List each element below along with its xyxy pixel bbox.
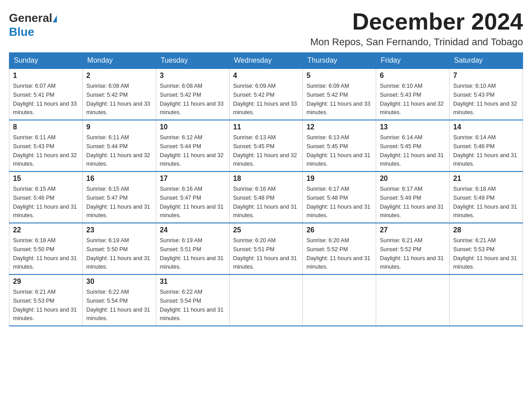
calendar-cell: 24 Sunrise: 6:19 AMSunset: 5:51 PMDaylig… — [156, 223, 229, 274]
day-number: 20 — [380, 175, 446, 183]
day-number: 26 — [306, 226, 372, 234]
day-info: Sunrise: 6:21 AMSunset: 5:53 PMDaylight:… — [13, 289, 77, 321]
calendar-header-row: SundayMondayTuesdayWednesdayThursdayFrid… — [9, 53, 523, 69]
calendar-cell: 2 Sunrise: 6:08 AMSunset: 5:42 PMDayligh… — [82, 68, 156, 120]
day-info: Sunrise: 6:09 AMSunset: 5:42 PMDaylight:… — [233, 83, 297, 116]
calendar-cell: 18 Sunrise: 6:16 AMSunset: 5:48 PMDaylig… — [229, 171, 303, 223]
calendar-cell: 20 Sunrise: 6:17 AMSunset: 5:49 PMDaylig… — [376, 171, 450, 223]
calendar-cell: 19 Sunrise: 6:17 AMSunset: 5:48 PMDaylig… — [303, 171, 376, 223]
day-number: 15 — [13, 175, 79, 183]
day-number: 19 — [306, 175, 372, 183]
day-info: Sunrise: 6:17 AMSunset: 5:49 PMDaylight:… — [380, 186, 443, 218]
day-info: Sunrise: 6:17 AMSunset: 5:48 PMDaylight:… — [306, 186, 370, 218]
day-info: Sunrise: 6:18 AMSunset: 5:49 PMDaylight:… — [453, 186, 517, 218]
calendar-week-row: 8 Sunrise: 6:11 AMSunset: 5:43 PMDayligh… — [9, 120, 523, 171]
day-info: Sunrise: 6:20 AMSunset: 5:52 PMDaylight:… — [306, 237, 370, 270]
day-info: Sunrise: 6:14 AMSunset: 5:46 PMDaylight:… — [453, 134, 517, 167]
logo: General Blue — [9, 9, 57, 39]
calendar-cell: 14 Sunrise: 6:14 AMSunset: 5:46 PMDaylig… — [450, 120, 523, 171]
calendar-cell: 4 Sunrise: 6:09 AMSunset: 5:42 PMDayligh… — [229, 68, 303, 120]
col-header-tuesday: Tuesday — [156, 53, 229, 69]
calendar-cell — [450, 274, 523, 326]
day-info: Sunrise: 6:15 AMSunset: 5:46 PMDaylight:… — [13, 186, 77, 218]
location-title: Mon Repos, San Fernando, Trinidad and To… — [310, 36, 523, 48]
calendar-cell: 11 Sunrise: 6:13 AMSunset: 5:45 PMDaylig… — [229, 120, 303, 171]
day-number: 28 — [453, 226, 519, 234]
day-info: Sunrise: 6:18 AMSunset: 5:50 PMDaylight:… — [13, 237, 77, 270]
calendar-week-row: 15 Sunrise: 6:15 AMSunset: 5:46 PMDaylig… — [9, 171, 523, 223]
calendar-cell: 30 Sunrise: 6:22 AMSunset: 5:54 PMDaylig… — [82, 274, 156, 326]
day-info: Sunrise: 6:10 AMSunset: 5:43 PMDaylight:… — [380, 83, 443, 116]
calendar-table: SundayMondayTuesdayWednesdayThursdayFrid… — [9, 52, 523, 326]
day-number: 9 — [86, 123, 152, 131]
day-number: 5 — [306, 72, 372, 80]
month-title: December 2024 — [310, 9, 523, 34]
day-number: 14 — [453, 123, 519, 131]
calendar-cell: 29 Sunrise: 6:21 AMSunset: 5:53 PMDaylig… — [9, 274, 83, 326]
col-header-friday: Friday — [376, 53, 450, 69]
day-info: Sunrise: 6:07 AMSunset: 5:41 PMDaylight:… — [13, 83, 77, 116]
calendar-cell: 22 Sunrise: 6:18 AMSunset: 5:50 PMDaylig… — [9, 223, 83, 274]
calendar-week-row: 1 Sunrise: 6:07 AMSunset: 5:41 PMDayligh… — [9, 68, 523, 120]
day-number: 21 — [453, 175, 519, 183]
day-info: Sunrise: 6:09 AMSunset: 5:42 PMDaylight:… — [306, 83, 370, 116]
calendar-week-row: 22 Sunrise: 6:18 AMSunset: 5:50 PMDaylig… — [9, 223, 523, 274]
day-info: Sunrise: 6:19 AMSunset: 5:51 PMDaylight:… — [160, 237, 223, 270]
calendar-cell: 21 Sunrise: 6:18 AMSunset: 5:49 PMDaylig… — [450, 171, 523, 223]
day-info: Sunrise: 6:14 AMSunset: 5:45 PMDaylight:… — [380, 134, 443, 167]
calendar-cell: 7 Sunrise: 6:10 AMSunset: 5:43 PMDayligh… — [450, 68, 523, 120]
day-info: Sunrise: 6:19 AMSunset: 5:50 PMDaylight:… — [86, 237, 150, 270]
calendar-cell: 26 Sunrise: 6:20 AMSunset: 5:52 PMDaylig… — [303, 223, 376, 274]
calendar-cell: 10 Sunrise: 6:12 AMSunset: 5:44 PMDaylig… — [156, 120, 229, 171]
day-number: 30 — [86, 278, 152, 286]
day-info: Sunrise: 6:13 AMSunset: 5:45 PMDaylight:… — [233, 134, 297, 167]
calendar-cell — [376, 274, 450, 326]
calendar-cell: 5 Sunrise: 6:09 AMSunset: 5:42 PMDayligh… — [303, 68, 376, 120]
logo-general-text: General — [9, 11, 52, 25]
calendar-cell: 8 Sunrise: 6:11 AMSunset: 5:43 PMDayligh… — [9, 120, 83, 171]
calendar-cell: 23 Sunrise: 6:19 AMSunset: 5:50 PMDaylig… — [82, 223, 156, 274]
day-number: 25 — [233, 226, 299, 234]
day-number: 22 — [13, 226, 79, 234]
page-header: General Blue December 2024 Mon Repos, Sa… — [9, 9, 523, 48]
day-info: Sunrise: 6:21 AMSunset: 5:52 PMDaylight:… — [380, 237, 443, 270]
day-number: 10 — [160, 123, 226, 131]
day-info: Sunrise: 6:13 AMSunset: 5:45 PMDaylight:… — [306, 134, 370, 167]
day-info: Sunrise: 6:15 AMSunset: 5:47 PMDaylight:… — [86, 186, 150, 218]
day-number: 13 — [380, 123, 446, 131]
day-number: 8 — [13, 123, 79, 131]
calendar-week-row: 29 Sunrise: 6:21 AMSunset: 5:53 PMDaylig… — [9, 274, 523, 326]
day-number: 31 — [160, 278, 226, 286]
calendar-cell: 12 Sunrise: 6:13 AMSunset: 5:45 PMDaylig… — [303, 120, 376, 171]
day-number: 12 — [306, 123, 372, 131]
logo-arrow-icon — [53, 15, 57, 22]
calendar-cell — [303, 274, 376, 326]
calendar-cell: 15 Sunrise: 6:15 AMSunset: 5:46 PMDaylig… — [9, 171, 83, 223]
col-header-thursday: Thursday — [303, 53, 376, 69]
day-number: 11 — [233, 123, 299, 131]
day-info: Sunrise: 6:22 AMSunset: 5:54 PMDaylight:… — [86, 289, 150, 321]
col-header-wednesday: Wednesday — [229, 53, 303, 69]
day-info: Sunrise: 6:11 AMSunset: 5:44 PMDaylight:… — [86, 134, 150, 167]
day-info: Sunrise: 6:11 AMSunset: 5:43 PMDaylight:… — [13, 134, 77, 167]
calendar-cell: 3 Sunrise: 6:08 AMSunset: 5:42 PMDayligh… — [156, 68, 229, 120]
calendar-cell: 9 Sunrise: 6:11 AMSunset: 5:44 PMDayligh… — [82, 120, 156, 171]
day-info: Sunrise: 6:08 AMSunset: 5:42 PMDaylight:… — [160, 83, 223, 116]
calendar-cell: 6 Sunrise: 6:10 AMSunset: 5:43 PMDayligh… — [376, 68, 450, 120]
calendar-cell: 27 Sunrise: 6:21 AMSunset: 5:52 PMDaylig… — [376, 223, 450, 274]
day-number: 2 — [86, 72, 152, 80]
day-number: 29 — [13, 278, 79, 286]
day-number: 17 — [160, 175, 226, 183]
calendar-cell — [229, 274, 303, 326]
day-number: 4 — [233, 72, 299, 80]
day-number: 16 — [86, 175, 152, 183]
calendar-cell: 25 Sunrise: 6:20 AMSunset: 5:51 PMDaylig… — [229, 223, 303, 274]
day-number: 23 — [86, 226, 152, 234]
logo-blue-text: Blue — [9, 25, 34, 39]
day-info: Sunrise: 6:08 AMSunset: 5:42 PMDaylight:… — [86, 83, 150, 116]
day-number: 18 — [233, 175, 299, 183]
day-info: Sunrise: 6:20 AMSunset: 5:51 PMDaylight:… — [233, 237, 297, 270]
day-info: Sunrise: 6:10 AMSunset: 5:43 PMDaylight:… — [453, 83, 517, 116]
day-info: Sunrise: 6:16 AMSunset: 5:48 PMDaylight:… — [233, 186, 297, 218]
title-section: December 2024 Mon Repos, San Fernando, T… — [310, 9, 523, 48]
